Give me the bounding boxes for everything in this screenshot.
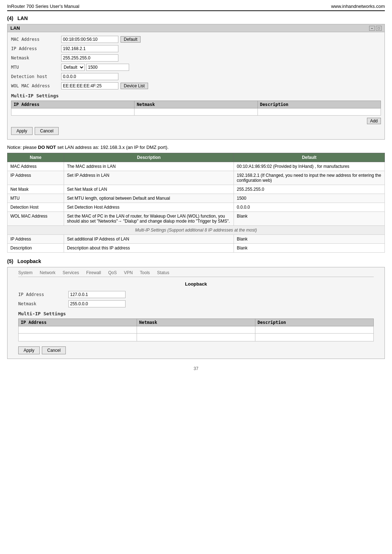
lan-add-button[interactable]: Add (367, 118, 381, 124)
notice-do-not: DO NOT (38, 145, 56, 150)
wol-mac-label: WOL MAC Address (11, 83, 61, 88)
table-row: MAC Address The MAC address in LAN 00:10… (8, 162, 385, 171)
row-description: Set MTU length, optional between Default… (64, 194, 234, 203)
loopback-ip-label: IP Address (18, 292, 68, 297)
section-divider-row: Multi-IP Settings (Support additional 8 … (8, 226, 385, 235)
lan-apply-button[interactable]: Apply (11, 127, 33, 135)
mac-address-input[interactable] (61, 36, 118, 43)
nav-qos[interactable]: QoS (108, 270, 117, 275)
wol-mac-input[interactable] (61, 82, 118, 89)
maximize-button[interactable]: □ (376, 26, 382, 31)
multi-ip-ip-input[interactable] (13, 110, 133, 115)
table-row: Net Mask Set Net Mask of LAN 255.255.255… (8, 185, 385, 194)
loopback-netmask-input[interactable] (68, 300, 126, 307)
device-list-button[interactable]: Device List (121, 83, 148, 89)
lb-multi-ip-desc-input[interactable] (257, 327, 372, 332)
lan-panel-title: LAN (10, 25, 20, 31)
minimize-button[interactable]: – (369, 26, 375, 31)
nav-system[interactable]: System (18, 270, 33, 275)
table-row (11, 108, 381, 116)
mtu-select[interactable]: Default Manual (61, 64, 85, 71)
multi-ip-col-desc: Description (258, 101, 381, 108)
row-name: Detection Host (8, 203, 64, 212)
row-default: Blank (234, 244, 385, 253)
loopback-netmask-row: Netmask (18, 300, 374, 307)
nav-services[interactable]: Services (63, 270, 79, 275)
mtu-controls: Default Manual (61, 64, 129, 71)
lan-panel-titlebar: LAN – □ (8, 24, 384, 32)
multi-ip-desc-input[interactable] (259, 110, 379, 115)
loopback-ip-input[interactable] (68, 291, 126, 298)
loopback-multi-ip-title: Multi-IP Settings (18, 311, 374, 316)
row-default: 192.168.2.1 (If Changed, you need to inp… (234, 171, 385, 185)
row-name: Net Mask (8, 185, 64, 194)
lb-multi-ip-col-netmask: Netmask (137, 319, 255, 326)
lb-multi-ip-netmask-input[interactable] (138, 327, 254, 332)
nav-network[interactable]: Network (40, 270, 55, 275)
nav-tools[interactable]: Tools (140, 270, 150, 275)
lan-cancel-button[interactable]: Cancel (35, 127, 59, 135)
mac-default-button[interactable]: Default (121, 36, 141, 43)
add-btn-row: Add (11, 118, 381, 124)
row-description: Description about this IP address (64, 244, 234, 253)
notice-text: Notice: please DO NOT set LAN address as… (7, 145, 385, 150)
loopback-panel-title: Loopback (18, 281, 374, 287)
multi-ip-netmask-input[interactable] (136, 110, 256, 115)
row-default: Blank (234, 235, 385, 244)
row-description: The MAC address in LAN (64, 162, 234, 171)
netmask-input[interactable] (61, 54, 118, 62)
table-row (19, 326, 374, 334)
row-default: 0.0.0.0 (234, 203, 385, 212)
row-name: MTU (8, 194, 64, 203)
loopback-nav: System Network Services Firewall QoS VPN… (18, 270, 374, 277)
loopback-multi-ip-table: IP Address Netmask Description (18, 319, 374, 341)
netmask-row: Netmask (11, 54, 381, 62)
loopback-apply-button[interactable]: Apply (18, 346, 40, 354)
table-row: IP Address Set additional IP Address of … (8, 235, 385, 244)
mtu-label: MTU (11, 65, 61, 70)
row-default: 00:10:A1:86:95:02 (Provided by InHand) ,… (234, 162, 385, 171)
nav-firewall[interactable]: Firewall (86, 270, 101, 275)
lan-multi-ip-title: Multi-IP Settings (11, 93, 381, 98)
page-header: InRouter 700 Series User's Manual www.in… (7, 4, 385, 11)
row-default: 1500 (234, 194, 385, 203)
desc-col-name: Name (8, 153, 64, 162)
lb-multi-ip-col-desc: Description (255, 319, 374, 326)
desc-col-description: Description (64, 153, 234, 162)
page-number: 37 (193, 366, 198, 371)
mtu-value-input[interactable] (86, 64, 129, 71)
row-name: WOL MAC Address (8, 212, 64, 226)
mac-address-row: MAC Address Default (11, 36, 381, 43)
detection-host-row: Detection host (11, 73, 381, 80)
manual-title: InRouter 700 Series User's Manual (7, 4, 79, 9)
row-description: Set additional IP Address of LAN (64, 235, 234, 244)
lan-apply-row: Apply Cancel (11, 127, 381, 135)
table-row (19, 334, 374, 341)
table-row: Detection Host Set Detection Host Addres… (8, 203, 385, 212)
multi-ip-section-label: Multi-IP Settings (Support additional 8 … (8, 226, 385, 235)
ip-address-row: IP Address (11, 45, 381, 52)
nav-status[interactable]: Status (157, 270, 169, 275)
row-description: Set Detection Host Address (64, 203, 234, 212)
netmask-label: Netmask (11, 55, 61, 60)
row-name: IP Address (8, 171, 64, 185)
row-name: MAC Address (8, 162, 64, 171)
panel-controls: – □ (369, 26, 382, 31)
detection-host-label: Detection host (11, 74, 61, 79)
mac-address-label: MAC Address (11, 37, 61, 42)
row-name: IP Address (8, 235, 64, 244)
loopback-panel: System Network Services Firewall QoS VPN… (7, 267, 385, 359)
lb-multi-ip-ip-input[interactable] (20, 327, 135, 332)
ip-address-input[interactable] (61, 45, 118, 52)
detection-host-input[interactable] (61, 73, 118, 80)
row-default: 255.255.255.0 (234, 185, 385, 194)
row-description: Set the MAC of PC in the LAN of router, … (64, 212, 234, 226)
loopback-cancel-button[interactable]: Cancel (42, 346, 66, 354)
multi-ip-col-ip: IP Address (11, 101, 134, 108)
lan-multi-ip-table: IP Address Netmask Description (11, 101, 381, 116)
nav-vpn[interactable]: VPN (124, 270, 133, 275)
page-footer: 37 (7, 366, 385, 371)
mtu-row: MTU Default Manual (11, 64, 381, 71)
row-default: Blank (234, 212, 385, 226)
loopback-section-title: (5) Loopback (7, 258, 385, 264)
